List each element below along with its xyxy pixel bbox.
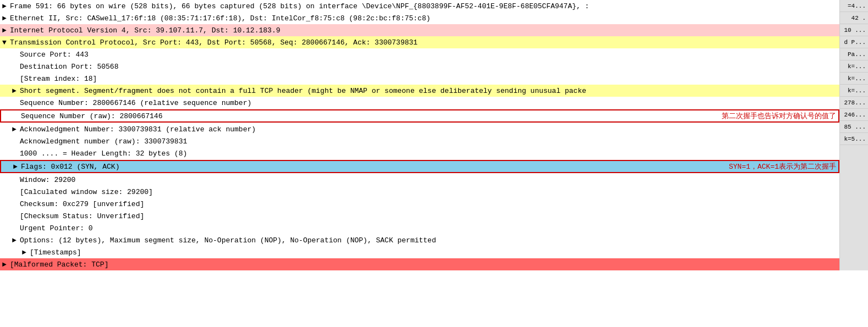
row-label-malformed: [Malformed Packet: TCP] — [10, 261, 108, 269]
row-text-stream-index: [Stream index: 18] — [2, 75, 837, 83]
sidebar-item-4[interactable]: Pa... — [840, 48, 868, 60]
row-text-timestamps: ►[Timestamps] — [2, 248, 837, 257]
packet-detail-panel: ►Frame 591: 66 bytes on wire (528 bits),… — [0, 0, 868, 270]
sidebar-label-6: k=... — [848, 75, 866, 82]
packet-row-urgent-pointer[interactable]: Urgent Pointer: 0 — [0, 222, 839, 234]
row-text-ack-raw: Acknowledgment number (raw): 3300739831 — [2, 137, 837, 146]
rows-container: ►Frame 591: 66 bytes on wire (528 bits),… — [0, 0, 839, 270]
row-label-flags: Flags: 0x012 (SYN, ACK) — [21, 163, 119, 171]
row-label-dst-port: Destination Port: 50568 — [20, 63, 118, 71]
row-label-urgent-pointer: Urgent Pointer: 0 — [20, 224, 93, 232]
row-text-tcp: ▼Transmission Control Protocol, Src Port… — [2, 38, 837, 47]
row-label-header-length: 1000 .... = Header Length: 32 bytes (8) — [20, 149, 187, 158]
packet-row-calc-window[interactable]: [Calculated window size: 29200] — [0, 186, 839, 198]
packet-row-checksum[interactable]: Checksum: 0xc279 [unverified] — [0, 198, 839, 210]
row-text-ack-num: ►Acknowledgment Number: 3300739831 (rela… — [2, 125, 837, 134]
row-text-malformed: ►[Malformed Packet: TCP] — [2, 261, 837, 269]
row-label-ethernet: Ethernet II, Src: CASwell_17:6f:18 (08:3… — [10, 14, 431, 23]
row-text-ip: ►Internet Protocol Version 4, Src: 39.10… — [2, 26, 837, 35]
packet-row-dst-port[interactable]: Destination Port: 50568 — [0, 60, 839, 73]
packet-row-timestamps[interactable]: ►[Timestamps] — [0, 246, 839, 258]
row-text-checksum: Checksum: 0xc279 [unverified] — [2, 200, 837, 208]
expand-arrow[interactable]: ► — [12, 236, 20, 245]
row-label-ip: Internet Protocol Version 4, Src: 39.107… — [10, 26, 280, 35]
row-text-options: ►Options: (12 bytes), Maximum segment si… — [2, 236, 837, 245]
packet-row-ip[interactable]: ►Internet Protocol Version 4, Src: 39.10… — [0, 24, 839, 36]
row-text-ethernet: ►Ethernet II, Src: CASwell_17:6f:18 (08:… — [2, 14, 837, 23]
annotation-seq-raw: 第二次握手也告诉对方确认号的值了 — [705, 111, 836, 121]
row-text-dst-port: Destination Port: 50568 — [2, 63, 837, 71]
packet-row-header-length[interactable]: 1000 .... = Header Length: 32 bytes (8) — [0, 147, 839, 159]
row-label-window: Window: 29200 — [20, 176, 75, 184]
sidebar-item-3[interactable]: d P... — [840, 36, 868, 48]
main-panel: ►Frame 591: 66 bytes on wire (528 bits),… — [0, 0, 839, 270]
sidebar-label-1: 42 . — [851, 15, 866, 21]
packet-row-ethernet[interactable]: ►Ethernet II, Src: CASwell_17:6f:18 (08:… — [0, 12, 839, 24]
packet-row-stream-index[interactable]: [Stream index: 18] — [0, 73, 839, 85]
packet-row-tcp[interactable]: ▼Transmission Control Protocol, Src Port… — [0, 36, 839, 48]
sidebar-item-5[interactable]: k=... — [840, 60, 868, 73]
sidebar-label-5: k=... — [848, 63, 866, 70]
row-text-short-segment: ►Short segment. Segment/fragment does no… — [2, 87, 837, 95]
sidebar-item-0[interactable]: =4... — [840, 0, 868, 12]
row-label-ack-raw: Acknowledgment number (raw): 3300739831 — [20, 137, 187, 146]
row-label-checksum-status: [Checksum Status: Unverified] — [20, 212, 144, 220]
collapse-arrow[interactable]: ▼ — [2, 38, 10, 47]
packet-row-seq-raw[interactable]: Sequence Number (raw): 2800667146第二次握手也告… — [0, 109, 839, 123]
sidebar-container: =4...42 .10 ...d P...Pa...k=...k=...k=..… — [840, 0, 868, 145]
row-text-calc-window: [Calculated window size: 29200] — [2, 188, 837, 196]
sidebar-label-8: 278... — [844, 99, 866, 106]
row-text-frame: ►Frame 591: 66 bytes on wire (528 bits),… — [2, 2, 837, 10]
packet-row-src-port[interactable]: Source Port: 443 — [0, 48, 839, 60]
row-text-urgent-pointer: Urgent Pointer: 0 — [2, 224, 837, 232]
sidebar: =4...42 .10 ...d P...Pa...k=...k=...k=..… — [839, 0, 868, 270]
expand-arrow[interactable]: ► — [13, 163, 21, 171]
row-text-checksum-status: [Checksum Status: Unverified] — [2, 212, 837, 220]
row-label-seq-num: Sequence Number: 2800667146 (relative se… — [20, 99, 251, 107]
sidebar-label-11: k=5... — [844, 136, 866, 142]
packet-row-malformed[interactable]: ►[Malformed Packet: TCP] — [0, 258, 839, 270]
sidebar-item-10[interactable]: 85 ... — [840, 121, 868, 133]
row-text-flags: ►Flags: 0x012 (SYN, ACK) — [3, 163, 712, 171]
sidebar-label-10: 85 ... — [844, 124, 866, 130]
expand-arrow[interactable]: ► — [22, 248, 30, 257]
packet-row-window[interactable]: Window: 29200 — [0, 174, 839, 186]
expand-arrow[interactable]: ► — [12, 125, 20, 134]
packet-row-ack-raw[interactable]: Acknowledgment number (raw): 3300739831 — [0, 135, 839, 147]
packet-row-seq-num[interactable]: Sequence Number: 2800667146 (relative se… — [0, 97, 839, 109]
row-text-seq-raw: Sequence Number (raw): 2800667146 — [3, 112, 705, 120]
sidebar-item-1[interactable]: 42 . — [840, 12, 868, 24]
expand-arrow[interactable]: ► — [2, 26, 10, 35]
row-label-src-port: Source Port: 443 — [20, 51, 89, 59]
packet-row-frame[interactable]: ►Frame 591: 66 bytes on wire (528 bits),… — [0, 0, 839, 12]
sidebar-item-2[interactable]: 10 ... — [840, 24, 868, 36]
row-label-timestamps: [Timestamps] — [30, 248, 81, 257]
row-label-seq-raw: Sequence Number (raw): 2800667146 — [21, 112, 162, 120]
expand-arrow[interactable]: ► — [2, 261, 10, 269]
packet-row-options[interactable]: ►Options: (12 bytes), Maximum segment si… — [0, 234, 839, 246]
row-text-window: Window: 29200 — [2, 176, 837, 184]
packet-row-short-segment[interactable]: ►Short segment. Segment/fragment does no… — [0, 85, 839, 97]
sidebar-item-9[interactable]: 246... — [840, 109, 868, 121]
packet-row-flags[interactable]: ►Flags: 0x012 (SYN, ACK)SYN=1，ACK=1表示为第二… — [0, 160, 839, 173]
annotation-flags: SYN=1，ACK=1表示为第二次握手 — [712, 162, 836, 171]
sidebar-item-6[interactable]: k=... — [840, 73, 868, 85]
sidebar-item-8[interactable]: 278... — [840, 97, 868, 109]
sidebar-label-4: Pa... — [848, 51, 866, 58]
row-text-src-port: Source Port: 443 — [2, 51, 837, 59]
row-label-options: Options: (12 bytes), Maximum segment siz… — [20, 236, 436, 245]
sidebar-item-11[interactable]: k=5... — [840, 133, 868, 145]
sidebar-item-7[interactable]: k=... — [840, 85, 868, 97]
sidebar-label-9: 246... — [844, 112, 866, 118]
packet-row-checksum-status[interactable]: [Checksum Status: Unverified] — [0, 210, 839, 222]
sidebar-label-3: d P... — [844, 39, 866, 46]
row-label-ack-num: Acknowledgment Number: 3300739831 (relat… — [20, 125, 256, 134]
expand-arrow[interactable]: ► — [2, 2, 10, 10]
sidebar-label-0: =4... — [848, 3, 866, 9]
row-label-tcp: Transmission Control Protocol, Src Port:… — [10, 38, 417, 47]
row-label-short-segment: Short segment. Segment/fragment does not… — [20, 87, 586, 95]
expand-arrow[interactable]: ► — [12, 87, 20, 95]
expand-arrow[interactable]: ► — [2, 14, 10, 23]
row-label-frame: Frame 591: 66 bytes on wire (528 bits), … — [10, 2, 589, 10]
packet-row-ack-num[interactable]: ►Acknowledgment Number: 3300739831 (rela… — [0, 123, 839, 135]
